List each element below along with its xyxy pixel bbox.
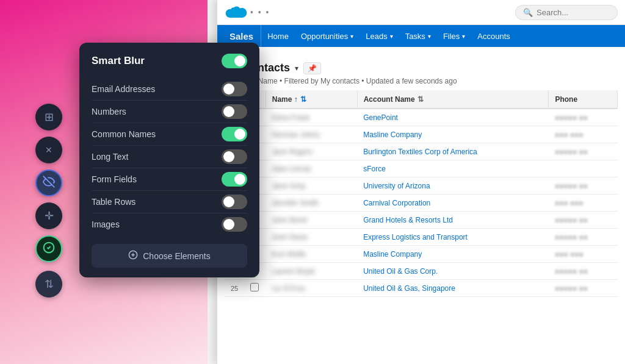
salesforce-logo (225, 4, 247, 21)
cell-account[interactable]: sForce (357, 160, 549, 177)
sf-search-bar[interactable]: 🔍 (515, 5, 618, 20)
table-row: Jake LlorracsForce (225, 160, 618, 177)
sidebar-icon-split[interactable]: ⇅ (35, 271, 62, 298)
table-rows-label: Table Rows (92, 197, 135, 207)
email-addresses-row: Email Addresses (92, 78, 247, 101)
split-icon: ⇅ (45, 277, 54, 291)
pin-icon[interactable]: 📌 (303, 62, 321, 74)
cell-name[interactable]: Josh Davis (266, 229, 357, 246)
grid-icon: ⊞ (45, 110, 54, 124)
sidebar-icon-eye-off[interactable] (35, 170, 62, 196)
choose-elements-icon (128, 250, 138, 262)
main-toggle[interactable] (222, 54, 247, 68)
cell-account[interactable]: United Oil & Gas, Singapore (357, 280, 549, 297)
account-sort-icon: ⇅ (417, 95, 424, 104)
cell-name[interactable]: John Bond (266, 212, 357, 229)
long-text-label: Long Text (92, 152, 128, 162)
form-fields-toggle[interactable] (222, 172, 247, 187)
nav-item-opportunities[interactable]: Opportunities ▾ (295, 25, 359, 47)
table-row: 24Lauren BoyleUnited Oil & Gas Corp.●●●●… (225, 263, 618, 280)
cell-name[interactable]: Jake Llorrac (266, 160, 357, 177)
eye-off-icon (43, 176, 55, 191)
sf-dots: • • • (250, 7, 270, 17)
th-name[interactable]: Name ↑ ⇅ (266, 90, 357, 109)
row-checkbox[interactable] (250, 283, 259, 291)
nav-item-accounts[interactable]: Accounts (471, 25, 516, 47)
cell-phone: ●●●●● ●● (549, 177, 618, 194)
search-icon: 🔍 (523, 8, 533, 17)
images-label: Images (92, 219, 120, 229)
opportunities-chevron: ▾ (350, 33, 353, 40)
leads-chevron: ▾ (390, 33, 393, 40)
cell-phone: ●●● ●●● (549, 246, 618, 263)
cell-name[interactable]: Lauren Boyle (266, 263, 357, 280)
files-chevron: ▾ (462, 33, 465, 40)
sidebar-icon-check[interactable] (35, 235, 62, 262)
cell-account[interactable]: University of Arizona (357, 177, 549, 194)
common-names-row: Common Names (92, 123, 247, 146)
page-title-row: My Contacts ▾ 📌 (225, 62, 618, 74)
cell-phone: ●●●●● ●● (549, 212, 618, 229)
cell-phone: ●●● ●●● (549, 194, 618, 212)
panel-title: Smart Blur (92, 55, 145, 67)
move-icon: ✛ (45, 209, 54, 223)
cell-name[interactable]: Jane Grey (266, 177, 357, 194)
cell-name[interactable]: Jennifer Smith (266, 194, 357, 212)
cell-name[interactable]: German Johns (266, 126, 357, 143)
numbers-label: Numbers (92, 107, 126, 116)
cell-name[interactable]: Kurt Wolfe (266, 246, 357, 263)
nav-item-leads[interactable]: Leads ▾ (359, 25, 399, 47)
form-fields-label: Form Fields (92, 174, 137, 184)
table-rows-row: Table Rows (92, 191, 247, 213)
email-toggle[interactable] (222, 82, 247, 96)
cell-account[interactable]: Burlington Textiles Corp of America (357, 143, 549, 160)
sf-navbar: Sales Home Opportunities ▾ Leads ▾ Tasks… (217, 25, 625, 47)
cell-phone: ●●●●● ●● (549, 109, 618, 126)
long-text-toggle[interactable] (222, 149, 247, 164)
salesforce-container: • • • 🔍 Sales Home Opportunities ▾ Leads… (217, 0, 625, 364)
cell-phone: ●●●●● ●● (549, 229, 618, 246)
images-toggle[interactable] (222, 217, 247, 232)
nav-item-home[interactable]: Home (261, 25, 295, 47)
cell-phone: ●●●●● ●● (549, 280, 618, 297)
tasks-chevron: ▾ (428, 33, 431, 40)
cell-account[interactable]: Masline Company (357, 126, 549, 143)
sf-top-header: • • • 🔍 (217, 0, 625, 25)
table-row: John BondGrand Hotels & Resorts Ltd●●●●●… (225, 212, 618, 229)
nav-item-tasks[interactable]: Tasks ▾ (399, 25, 437, 47)
cell-account[interactable]: United Oil & Gas Corp. (357, 263, 549, 280)
cell-account[interactable]: GenePoint (357, 109, 549, 126)
common-names-toggle[interactable] (222, 127, 247, 141)
smart-blur-panel: Smart Blur Email Addresses Numbers Commo… (79, 43, 259, 277)
sidebar-icon-grid[interactable]: ⊞ (35, 104, 62, 130)
numbers-toggle[interactable] (222, 104, 247, 119)
cell-account[interactable]: Grand Hotels & Resorts Ltd (357, 212, 549, 229)
cell-account[interactable]: Express Logistics and Transport (357, 229, 549, 246)
cell-phone: ●●● ●●● (549, 126, 618, 143)
sort-icon: ⇅ (300, 95, 306, 104)
search-input[interactable] (536, 8, 610, 17)
cell-row-num: 25 (225, 280, 244, 297)
sidebar-icon-move[interactable]: ✛ (35, 202, 62, 229)
table-row: Edna FrankGenePoint●●●●● ●● (225, 109, 618, 126)
common-names-label: Common Names (92, 129, 156, 139)
left-sidebar: ⊞ ✕ ✛ ⇅ (35, 104, 62, 298)
cell-checkbox (244, 280, 266, 297)
check-circle-icon (43, 241, 55, 257)
cell-account[interactable]: Masline Company (357, 246, 549, 263)
nav-item-files[interactable]: Files ▾ (437, 25, 471, 47)
numbers-row: Numbers (92, 101, 247, 123)
page-title-dropdown-icon[interactable]: ▾ (295, 64, 298, 73)
th-account-name[interactable]: Account Name ⇅ (357, 90, 549, 109)
th-phone[interactable]: Phone (549, 90, 618, 109)
cell-account[interactable]: Carnival Corporation (357, 194, 549, 212)
choose-elements-button[interactable]: Choose Elements (92, 244, 247, 268)
images-row: Images (92, 213, 247, 235)
cell-name[interactable]: Liz D'Cruz (266, 280, 357, 297)
cell-phone (549, 160, 618, 177)
table-rows-toggle[interactable] (222, 194, 247, 209)
sidebar-icon-close[interactable]: ✕ (35, 137, 62, 163)
cell-name[interactable]: Jack Rogers (266, 143, 357, 160)
cell-name[interactable]: Edna Frank (266, 109, 357, 126)
form-fields-row: Form Fields (92, 168, 247, 191)
